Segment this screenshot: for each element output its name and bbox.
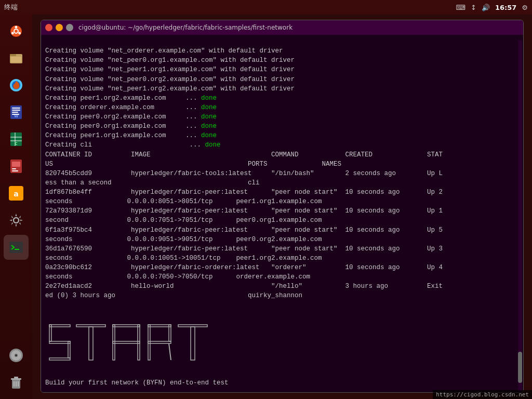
build-text: Build your first network (BYFN) end-to-e… xyxy=(45,379,229,387)
calc-icon: C xyxy=(8,131,24,148)
svg-rect-47 xyxy=(113,325,140,327)
trash-icon xyxy=(8,374,24,391)
svg-rect-42 xyxy=(49,341,70,343)
sidebar-item-calc[interactable]: C xyxy=(4,127,29,152)
topbar-app-title: 终端 xyxy=(4,3,18,12)
terminal-window: cigod@ubuntu: ~/go/hyperledger/fabric/fa… xyxy=(41,20,524,393)
svg-rect-46 xyxy=(89,327,93,360)
impress-icon xyxy=(8,158,24,175)
sidebar-item-trash[interactable] xyxy=(4,370,29,395)
svg-rect-53 xyxy=(169,325,171,341)
svg-point-4 xyxy=(11,32,14,35)
ubuntu-logo-button[interactable] xyxy=(4,19,29,44)
svg-rect-28 xyxy=(9,242,23,253)
svg-rect-36 xyxy=(14,377,18,378)
amazon-icon: a xyxy=(8,185,24,202)
minimize-button[interactable] xyxy=(56,24,63,31)
sidebar-item-files[interactable] xyxy=(4,46,29,71)
terminal-body[interactable]: Creating volume "net_orderer.example.com… xyxy=(41,35,523,392)
svg-rect-12 xyxy=(12,110,20,111)
svg-rect-11 xyxy=(12,108,20,109)
files-icon xyxy=(8,50,24,66)
svg-rect-40 xyxy=(49,325,70,327)
dvd-icon xyxy=(8,347,24,364)
terminal-sidebar-icon xyxy=(8,239,24,256)
start-ascii-art xyxy=(45,322,243,364)
svg-rect-24 xyxy=(12,170,18,171)
sidebar: W C a xyxy=(0,15,32,399)
svg-rect-57 xyxy=(191,327,195,360)
volume-icon: 🔊 xyxy=(482,4,490,11)
svg-point-2 xyxy=(15,26,18,29)
svg-rect-23 xyxy=(12,168,16,169)
url-bar: https://cigod.blog.csdn.net xyxy=(433,390,532,399)
svg-point-3 xyxy=(18,32,21,35)
sidebar-item-amazon[interactable]: a xyxy=(4,181,29,206)
topbar: 终端 ⌨ ↕ 🔊 16:57 ⚙ xyxy=(0,0,532,15)
topbar-left: 终端 xyxy=(4,3,18,12)
svg-text:W: W xyxy=(14,114,18,118)
svg-rect-22 xyxy=(12,162,20,167)
svg-rect-50 xyxy=(113,341,140,343)
svg-text:a: a xyxy=(14,190,18,198)
terminal-content-bottom: Build your first network (BYFN) end-to-e… xyxy=(45,368,519,392)
close-button[interactable] xyxy=(45,24,52,31)
sidebar-item-terminal[interactable] xyxy=(4,235,29,260)
svg-point-27 xyxy=(14,218,19,223)
svg-rect-43 xyxy=(68,341,70,358)
terminal-title: cigod@ubuntu: ~/go/hyperledger/fabric/fa… xyxy=(78,24,292,31)
svg-rect-52 xyxy=(148,325,171,327)
network-icon: ↕ xyxy=(471,4,476,11)
scrollbar[interactable] xyxy=(518,40,522,392)
topbar-time: 16:57 xyxy=(495,4,516,11)
svg-line-55 xyxy=(169,343,171,360)
scrollbar-thumb[interactable] xyxy=(518,352,522,383)
maximize-button[interactable] xyxy=(66,24,73,31)
svg-rect-41 xyxy=(49,325,51,341)
svg-text:C: C xyxy=(15,142,17,146)
topbar-right: ⌨ ↕ 🔊 16:57 ⚙ xyxy=(456,4,528,11)
create-volume-1: Creating volume "net_orderer.example.com… xyxy=(45,47,443,299)
svg-rect-54 xyxy=(148,341,171,343)
svg-rect-7 xyxy=(11,57,21,62)
writer-icon: W xyxy=(8,104,24,121)
svg-point-33 xyxy=(16,355,17,356)
start-art-section xyxy=(45,313,519,367)
sidebar-item-firefox[interactable] xyxy=(4,73,29,98)
sidebar-item-settings[interactable] xyxy=(4,208,29,233)
ubuntu-logo-icon xyxy=(10,25,22,37)
svg-rect-35 xyxy=(11,378,21,380)
sidebar-item-impress[interactable] xyxy=(4,154,29,179)
sidebar-item-writer[interactable]: W xyxy=(4,100,29,125)
settings-topbar-icon[interactable]: ⚙ xyxy=(522,4,528,11)
svg-rect-6 xyxy=(10,54,16,56)
keyboard-icon: ⌨ xyxy=(456,4,466,11)
firefox-icon xyxy=(8,77,24,94)
terminal-titlebar: cigod@ubuntu: ~/go/hyperledger/fabric/fa… xyxy=(41,20,523,35)
sidebar-item-dvd[interactable] xyxy=(4,343,29,368)
svg-rect-44 xyxy=(49,358,70,360)
svg-rect-13 xyxy=(12,112,18,113)
terminal-content: Creating volume "net_orderer.example.com… xyxy=(45,37,519,310)
settings-sidebar-icon xyxy=(8,212,24,229)
